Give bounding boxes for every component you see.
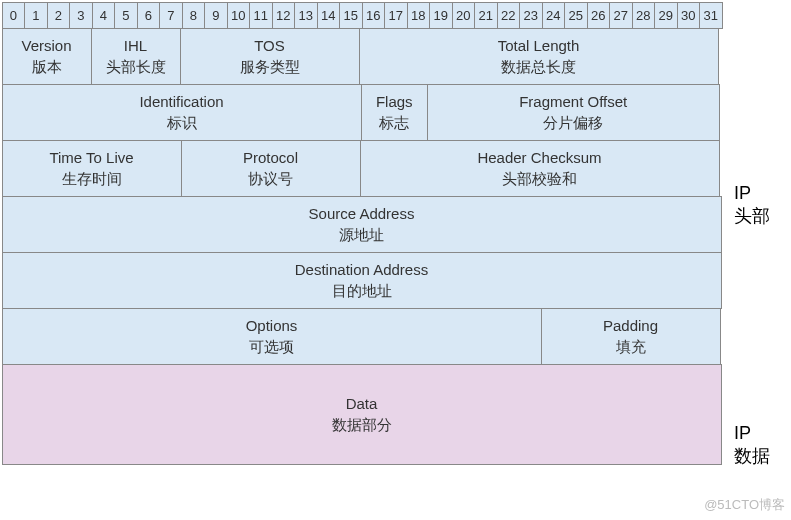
field-en: Source Address [309, 203, 415, 224]
field-cn: 头部校验和 [502, 168, 577, 189]
bit-cell: 20 [452, 2, 476, 29]
bit-cell: 26 [587, 2, 611, 29]
field-en: Fragment Offset [519, 91, 627, 112]
field-cell: Time To Live生存时间 [2, 140, 182, 197]
bit-cell: 1 [24, 2, 48, 29]
bit-cell: 29 [654, 2, 678, 29]
field-row: Time To Live生存时间Protocol协议号Header Checks… [2, 140, 722, 196]
data-row: Data 数据部分 [2, 364, 722, 464]
field-row: Options可选项Padding填充 [2, 308, 722, 364]
field-cn: 版本 [32, 56, 62, 77]
bit-cell: 22 [497, 2, 521, 29]
field-row: Source Address源地址 [2, 196, 722, 252]
field-cn: 头部长度 [106, 56, 166, 77]
field-cn: 数据总长度 [501, 56, 576, 77]
field-cn: 分片偏移 [543, 112, 603, 133]
field-en: Options [246, 315, 298, 336]
bit-cell: 12 [272, 2, 296, 29]
field-cell: Flags标志 [361, 84, 429, 141]
field-cn: 可选项 [249, 336, 294, 357]
field-cell: Total Length数据总长度 [359, 28, 719, 85]
field-cn: 协议号 [248, 168, 293, 189]
bit-cell: 14 [317, 2, 341, 29]
bit-cell: 18 [407, 2, 431, 29]
bit-cell: 5 [114, 2, 138, 29]
field-en: Destination Address [295, 259, 428, 280]
bit-cell: 24 [542, 2, 566, 29]
bit-cell: 9 [204, 2, 228, 29]
field-en: TOS [254, 35, 285, 56]
watermark: @51CTO博客 [704, 496, 785, 514]
field-en: Time To Live [49, 147, 133, 168]
field-cell: TOS服务类型 [180, 28, 360, 85]
field-cell: Padding填充 [541, 308, 721, 365]
field-en: IHL [124, 35, 147, 56]
field-en: Flags [376, 91, 413, 112]
bit-cell: 4 [92, 2, 116, 29]
bit-cell: 21 [474, 2, 498, 29]
bit-ruler: 0123456789101112131415161718192021222324… [2, 2, 722, 28]
field-cell: IHL头部长度 [91, 28, 181, 85]
field-cn: 源地址 [339, 224, 384, 245]
bit-cell: 30 [677, 2, 701, 29]
field-en: Identification [139, 91, 223, 112]
field-en: Padding [603, 315, 658, 336]
field-en: Data [346, 393, 378, 414]
field-en: Header Checksum [477, 147, 601, 168]
bit-cell: 15 [339, 2, 363, 29]
bit-cell: 6 [137, 2, 161, 29]
bit-cell: 28 [632, 2, 656, 29]
field-cell: Version版本 [2, 28, 92, 85]
bit-cell: 25 [564, 2, 588, 29]
field-cell: Source Address源地址 [2, 196, 722, 253]
field-cn: 填充 [616, 336, 646, 357]
field-cn: 数据部分 [332, 414, 392, 435]
field-en: Version [21, 35, 71, 56]
ip-packet-diagram: 0123456789101112131415161718192021222324… [2, 2, 722, 464]
bit-cell: 13 [294, 2, 318, 29]
field-row: Destination Address目的地址 [2, 252, 722, 308]
bit-cell: 19 [429, 2, 453, 29]
bit-cell: 23 [519, 2, 543, 29]
bit-cell: 10 [227, 2, 251, 29]
bit-cell: 11 [249, 2, 273, 29]
field-cell: Header Checksum头部校验和 [360, 140, 720, 197]
bit-cell: 8 [182, 2, 206, 29]
field-cn: 生存时间 [62, 168, 122, 189]
bit-cell: 27 [609, 2, 633, 29]
field-cell: Protocol协议号 [181, 140, 361, 197]
side-label-data: IP数据 [734, 422, 770, 469]
bit-cell: 16 [362, 2, 386, 29]
field-row: Version版本IHL头部长度TOS服务类型Total Length数据总长度 [2, 28, 722, 84]
side-label-header: IP头部 [734, 182, 770, 229]
field-row: Identification标识Flags标志Fragment Offset分片… [2, 84, 722, 140]
field-cn: 服务类型 [240, 56, 300, 77]
bit-cell: 17 [384, 2, 408, 29]
field-en: Total Length [498, 35, 580, 56]
field-data: Data 数据部分 [2, 364, 722, 465]
field-cn: 标志 [379, 112, 409, 133]
side-labels: IP头部 IP数据 [722, 2, 782, 464]
field-cell: Options可选项 [2, 308, 542, 365]
bit-cell: 0 [2, 2, 26, 29]
bit-cell: 7 [159, 2, 183, 29]
bit-cell: 3 [69, 2, 93, 29]
field-cell: Identification标识 [2, 84, 362, 141]
field-cell: Destination Address目的地址 [2, 252, 722, 309]
bit-cell: 2 [47, 2, 71, 29]
field-cell: Fragment Offset分片偏移 [427, 84, 720, 141]
bit-cell: 31 [699, 2, 723, 29]
field-cn: 目的地址 [332, 280, 392, 301]
field-cn: 标识 [167, 112, 197, 133]
field-en: Protocol [243, 147, 298, 168]
